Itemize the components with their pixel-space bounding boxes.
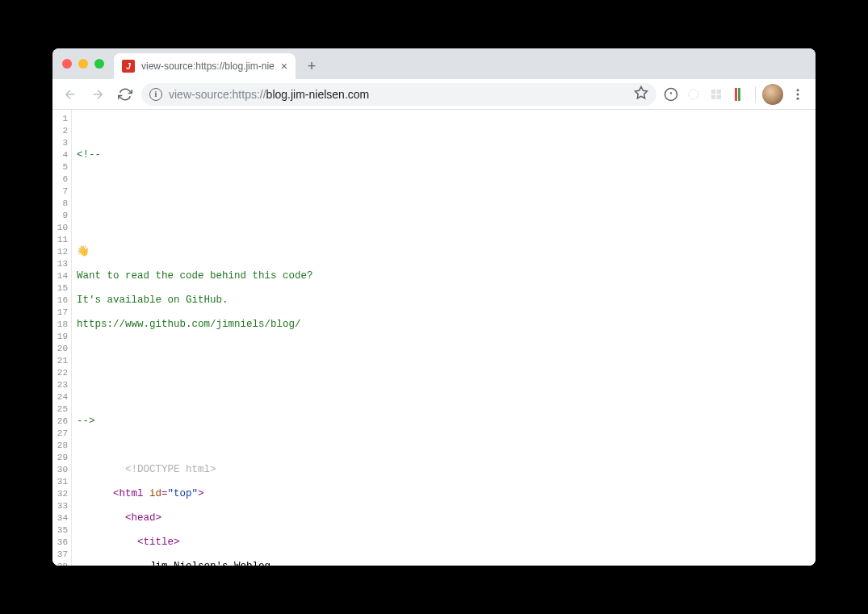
- line-number: 1: [52, 113, 68, 125]
- page-content: 1234567891011121314151617181920212223242…: [52, 110, 816, 566]
- svg-rect-5: [711, 90, 715, 94]
- line-number: 23: [52, 379, 68, 391]
- line-number: 34: [52, 512, 68, 524]
- menu-button[interactable]: [786, 83, 809, 106]
- svg-point-4: [689, 90, 698, 99]
- svg-marker-0: [635, 87, 648, 98]
- line-number-gutter: 1234567891011121314151617181920212223242…: [52, 110, 72, 566]
- back-button[interactable]: [59, 83, 82, 106]
- browser-window: J view-source:https://blog.jim-nie × + i…: [52, 48, 816, 566]
- line-number: 28: [52, 440, 68, 452]
- profile-avatar[interactable]: [762, 84, 783, 105]
- line-number: 8: [52, 198, 68, 210]
- source-code[interactable]: <!-- 👋 Want to read the code behind this…: [72, 110, 816, 566]
- window-controls: [62, 59, 104, 69]
- line-number: 36: [52, 537, 68, 549]
- line-number: 6: [52, 173, 68, 186]
- toolbar: i view-source:https://blog.jim-nielsen.c…: [52, 79, 816, 110]
- url-text: view-source:https://blog.jim-nielsen.com: [169, 88, 627, 101]
- code-text: Jim Nielsen's Weblog: [149, 561, 270, 566]
- line-number: 38: [52, 561, 68, 566]
- line-number: 21: [52, 355, 68, 367]
- svg-point-13: [797, 97, 799, 99]
- svg-rect-7: [711, 94, 715, 98]
- code-text: -->: [77, 416, 95, 427]
- line-number: 5: [52, 161, 68, 173]
- line-number: 15: [52, 282, 68, 294]
- toolbar-separator: [755, 86, 756, 102]
- line-number: 29: [52, 452, 68, 464]
- tabs-container: J view-source:https://blog.jim-nie × +: [114, 48, 323, 79]
- code-text: <!--: [77, 149, 101, 161]
- svg-rect-9: [735, 88, 737, 101]
- code-text: 👋: [77, 246, 90, 257]
- url-domain: blog.jim-nielsen.com: [266, 88, 370, 101]
- reload-button[interactable]: [114, 83, 136, 106]
- url-prefix: view-source:https://: [169, 88, 266, 101]
- code-text: https://www.github.com/jimniels/blog/: [77, 319, 301, 330]
- code-text: Want to read the code behind this code?: [77, 270, 313, 282]
- code-text: It's available on GitHub.: [77, 294, 229, 306]
- tab-title: view-source:https://blog.jim-nie: [141, 61, 275, 72]
- svg-point-11: [797, 89, 799, 91]
- extension-icon-2[interactable]: [684, 85, 703, 104]
- new-tab-button[interactable]: +: [300, 55, 323, 77]
- line-number: 35: [52, 524, 68, 537]
- line-number: 3: [52, 137, 68, 149]
- line-number: 30: [52, 464, 68, 476]
- toolbar-right: [661, 83, 809, 106]
- line-number: 37: [52, 549, 68, 561]
- browser-tab[interactable]: J view-source:https://blog.jim-nie ×: [114, 53, 296, 79]
- line-number: 14: [52, 270, 68, 282]
- line-number: 19: [52, 331, 68, 343]
- bookmark-star-icon[interactable]: [634, 86, 648, 102]
- line-number: 12: [52, 246, 68, 258]
- extension-icon-3[interactable]: [707, 85, 726, 104]
- line-number: 9: [52, 210, 68, 222]
- line-number: 18: [52, 319, 68, 331]
- svg-rect-6: [717, 90, 721, 94]
- line-number: 33: [52, 500, 68, 512]
- line-number: 25: [52, 403, 68, 416]
- tab-strip: J view-source:https://blog.jim-nie × +: [52, 48, 816, 79]
- line-number: 22: [52, 367, 68, 379]
- line-number: 32: [52, 488, 68, 500]
- svg-rect-10: [738, 88, 740, 101]
- minimize-window-button[interactable]: [78, 59, 88, 69]
- line-number: 27: [52, 428, 68, 440]
- line-number: 10: [52, 222, 68, 234]
- code-text: <!DOCTYPE html>: [125, 464, 216, 475]
- line-number: 7: [52, 186, 68, 198]
- close-window-button[interactable]: [62, 59, 72, 69]
- line-number: 13: [52, 258, 68, 270]
- line-number: 20: [52, 343, 68, 355]
- line-number: 31: [52, 476, 68, 488]
- line-number: 2: [52, 125, 68, 137]
- svg-rect-8: [717, 94, 721, 98]
- close-tab-button[interactable]: ×: [281, 61, 287, 72]
- line-number: 24: [52, 391, 68, 403]
- site-info-icon[interactable]: i: [149, 88, 162, 101]
- line-number: 4: [52, 149, 68, 161]
- extension-icon-4[interactable]: [729, 85, 748, 104]
- favicon-icon: J: [122, 60, 135, 73]
- extension-icon-1[interactable]: [661, 85, 681, 104]
- line-number: 11: [52, 234, 68, 246]
- line-number: 17: [52, 307, 68, 319]
- maximize-window-button[interactable]: [94, 59, 104, 69]
- address-bar[interactable]: i view-source:https://blog.jim-nielsen.c…: [141, 83, 656, 106]
- line-number: 16: [52, 294, 68, 307]
- line-number: 26: [52, 416, 68, 428]
- svg-point-12: [797, 93, 799, 95]
- forward-button[interactable]: [86, 83, 109, 106]
